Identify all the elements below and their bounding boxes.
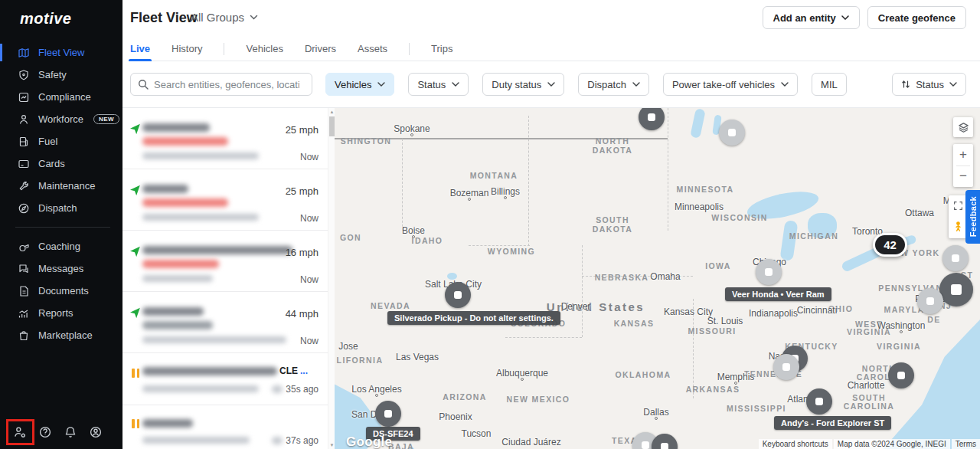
vehicle-marker[interactable] xyxy=(719,120,745,146)
add-entity-button[interactable]: Add an entity xyxy=(763,6,860,29)
vehicle-speed: 44 mph xyxy=(286,308,318,320)
map-label: DAKOTA xyxy=(593,146,633,155)
tab-vehicles[interactable]: Vehicles xyxy=(246,37,283,61)
vehicle-marker[interactable] xyxy=(888,362,914,388)
pegman-icon[interactable] xyxy=(953,221,963,233)
vehicle-row[interactable]: 37s ago xyxy=(122,405,328,449)
tab-history[interactable]: History xyxy=(172,37,202,61)
map-label: MISSISSIPPI xyxy=(727,404,786,413)
map-label: Boise xyxy=(402,225,425,236)
group-filter-label: All Groups xyxy=(191,11,244,24)
filter-chip-duty-status[interactable]: Duty status xyxy=(482,73,564,96)
sidebar-item-fuel[interactable]: Fuel xyxy=(0,130,122,152)
group-filter-dropdown[interactable]: All Groups xyxy=(191,11,258,24)
bell-icon[interactable] xyxy=(64,425,77,439)
tab-divider xyxy=(224,43,224,55)
map-label: MONTANA xyxy=(470,171,518,180)
fuel-pump-icon xyxy=(18,136,30,148)
more-link[interactable]: ... xyxy=(300,365,308,376)
list-scrollbar[interactable]: ▲ ▼ xyxy=(328,108,335,449)
sidebar-item-reports[interactable]: Reports xyxy=(0,302,122,324)
sidebar-item-messages[interactable]: Messages xyxy=(0,257,122,280)
stopped-vehicle-glyph xyxy=(454,291,462,300)
wrench-icon xyxy=(18,180,30,192)
search-box xyxy=(130,73,312,96)
map-canvas[interactable]: 42 + − Feedback Google Keyboard shortcut… xyxy=(335,108,980,449)
keyboard-shortcuts-link[interactable]: Keyboard shortcuts xyxy=(759,439,832,449)
vehicle-row[interactable]: CLE ... 35s ago xyxy=(122,353,328,405)
paused-icon xyxy=(132,419,139,428)
scrollbar-thumb[interactable] xyxy=(329,116,335,136)
account-icon[interactable] xyxy=(89,425,103,439)
vehicle-row[interactable]: 16 mph Now xyxy=(122,231,328,292)
sidebar-item-workforce[interactable]: Workforce NEW xyxy=(0,108,122,130)
vehicle-marker[interactable] xyxy=(917,288,943,314)
filter-chip-dispatch[interactable]: Dispatch xyxy=(578,73,649,96)
sort-dropdown[interactable]: Status xyxy=(892,73,966,96)
vehicle-marker[interactable] xyxy=(639,108,665,130)
scroll-up-arrow[interactable]: ▲ xyxy=(328,110,335,114)
terms-link[interactable]: Terms xyxy=(952,439,980,449)
vehicle-time: Now xyxy=(300,152,318,162)
map-label: VIRGINIA xyxy=(877,342,921,351)
cluster-marker[interactable]: 42 xyxy=(873,233,907,257)
tab-trips[interactable]: Trips xyxy=(431,37,452,61)
sidebar-item-marketplace[interactable]: Marketplace xyxy=(0,324,122,346)
sidebar-item-coaching[interactable]: Coaching xyxy=(0,235,122,257)
filter-chip-status[interactable]: Status xyxy=(408,73,469,96)
map-label: Dallas xyxy=(643,407,668,418)
search-input[interactable] xyxy=(154,79,299,90)
vehicle-marker[interactable] xyxy=(445,282,471,308)
help-icon[interactable] xyxy=(38,425,52,439)
vehicle-marker[interactable] xyxy=(375,401,401,427)
redacted-location xyxy=(142,385,259,392)
layers-icon xyxy=(958,122,969,133)
redacted-vehicle-name xyxy=(142,185,188,193)
map-icon xyxy=(18,47,30,59)
sidebar-item-documents[interactable]: Documents xyxy=(0,280,122,302)
chip-label: Duty status xyxy=(492,79,541,90)
fullscreen-icon[interactable] xyxy=(953,201,963,211)
sidebar-item-maintenance[interactable]: Maintenance xyxy=(0,175,122,197)
chevron-down-icon xyxy=(949,82,957,87)
tab-divider xyxy=(409,43,410,55)
vehicle-marker[interactable] xyxy=(756,259,782,285)
map-label: Minneapolis xyxy=(675,202,724,212)
bag-icon xyxy=(18,329,30,342)
sidebar-item-fleet-view[interactable]: Fleet View xyxy=(0,41,122,64)
feedback-tab[interactable]: Feedback xyxy=(965,190,980,244)
motive-logo: motive xyxy=(0,0,122,41)
map-label: Charlotte xyxy=(848,380,885,391)
sidebar-item-dispatch[interactable]: Dispatch xyxy=(0,197,122,219)
vehicle-row[interactable]: 25 mph Now xyxy=(122,108,328,169)
tab-live[interactable]: Live xyxy=(130,37,150,61)
redacted-location xyxy=(142,214,259,221)
vehicle-marker[interactable] xyxy=(652,434,678,449)
topbar: Fleet View All Groups Add an entity Crea… xyxy=(122,0,980,37)
vehicle-row[interactable]: 44 mph Now xyxy=(122,292,328,353)
map-label: IOWA xyxy=(705,261,731,270)
map-data-text: Map data ©2024 Google, INEGI xyxy=(834,439,950,449)
map-label: St. Louis xyxy=(707,316,743,326)
vehicle-marker[interactable] xyxy=(942,245,969,271)
scroll-down-arrow[interactable]: ▼ xyxy=(328,443,335,447)
filter-chip-pto[interactable]: Power take-off vehicles xyxy=(663,73,798,96)
tab-assets[interactable]: Assets xyxy=(358,37,387,61)
create-geofence-button[interactable]: Create geofence xyxy=(867,6,966,29)
tab-drivers[interactable]: Drivers xyxy=(305,37,336,61)
vehicle-marker[interactable] xyxy=(806,388,832,415)
sidebar-item-safety[interactable]: Safety xyxy=(0,64,122,86)
sidebar-item-cards[interactable]: Cards xyxy=(0,152,122,175)
zoom-in-button[interactable]: + xyxy=(953,144,973,166)
redacted-vehicle-name xyxy=(142,123,210,132)
vehicle-row[interactable]: 25 mph Now xyxy=(122,169,328,231)
filter-chip-mil[interactable]: MIL xyxy=(812,73,847,96)
filter-chip-vehicles[interactable]: Vehicles xyxy=(325,73,394,96)
vehicle-marker[interactable] xyxy=(773,354,799,380)
sidebar-item-compliance[interactable]: Compliance xyxy=(0,86,122,108)
vehicle-marker[interactable] xyxy=(939,273,973,306)
chevron-down-icon xyxy=(841,15,849,20)
stopped-vehicle-glyph xyxy=(952,254,960,263)
map-layers-button[interactable] xyxy=(953,117,973,137)
zoom-out-button[interactable]: − xyxy=(953,166,973,188)
